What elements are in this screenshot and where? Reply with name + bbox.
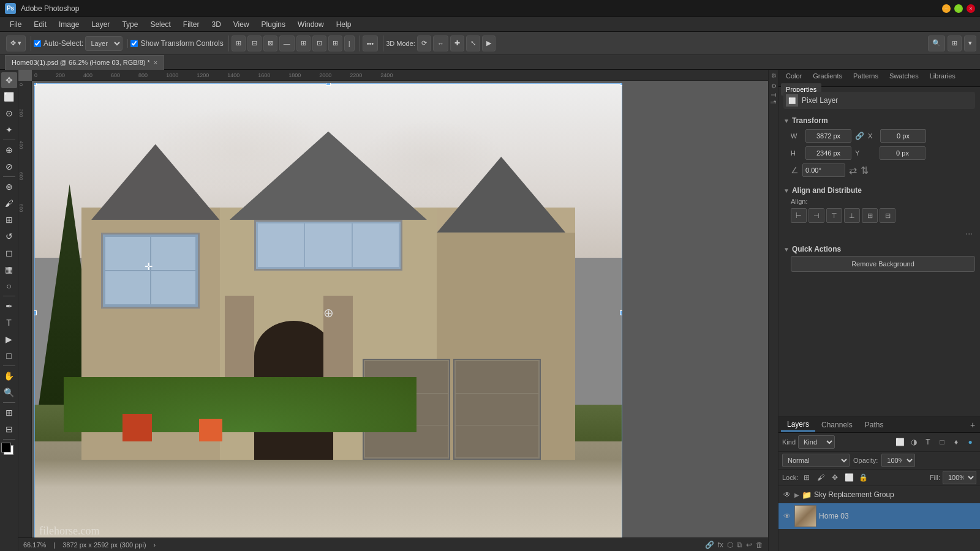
move-tool-btn[interactable]: ✥ ▾ — [6, 36, 26, 51]
distribute-left-btn[interactable]: ⊞ — [296, 36, 311, 51]
transform-header[interactable]: ▼ Transform — [783, 114, 975, 127]
lasso-tool[interactable]: ⊙ — [1, 105, 17, 121]
pen-tool[interactable]: ✒ — [1, 298, 17, 314]
channels-tab[interactable]: Channels — [815, 419, 859, 431]
auto-select-type-select[interactable]: Layer Group — [85, 36, 123, 51]
lock-image-btn[interactable]: 🖌 — [815, 471, 827, 484]
close-button[interactable]: × — [967, 4, 975, 13]
text-tool[interactable]: T — [1, 315, 17, 331]
collapse-icon-2[interactable]: ⚙ — [770, 83, 777, 89]
filter-adjustment-icon[interactable]: ◑ — [908, 436, 920, 448]
menu-layer[interactable]: Layer — [86, 19, 115, 30]
canvas-image[interactable]: ✛ ⊕ filehorse.com — [34, 83, 622, 538]
layer-status-icon[interactable]: ⧉ — [737, 541, 742, 549]
3d-move-btn[interactable]: ✚ — [450, 36, 464, 51]
filter-smart-icon[interactable]: ♦ — [950, 436, 962, 448]
selection-tool[interactable]: ⬜ — [1, 89, 17, 105]
3d-rotate-btn[interactable]: ⟳ — [417, 36, 431, 51]
fill-select[interactable]: 100% 75% 50% — [943, 471, 976, 484]
flip-vertical-icon[interactable]: ⇅ — [861, 165, 869, 176]
menu-help[interactable]: Help — [331, 19, 356, 30]
angle-input[interactable] — [802, 163, 845, 177]
layers-add-btn[interactable]: + — [968, 420, 978, 430]
healing-tool[interactable]: ⊛ — [1, 179, 17, 195]
eraser-tool[interactable]: ◻ — [1, 245, 17, 261]
menu-3d[interactable]: 3D — [206, 19, 225, 30]
layer-sky-expand-btn[interactable]: ▶ — [794, 492, 799, 498]
tab-swatches[interactable]: Swatches — [884, 70, 924, 82]
gradient-tool[interactable]: ▦ — [1, 261, 17, 277]
menu-type[interactable]: Type — [117, 19, 143, 30]
transform-handle-middle-right[interactable] — [620, 310, 622, 315]
tab-libraries[interactable]: Libraries — [925, 70, 960, 82]
align-center-v-btn[interactable]: ⊞ — [862, 208, 878, 223]
menu-edit[interactable]: Edit — [29, 19, 51, 30]
align-bottom-edge-btn[interactable]: ⊟ — [880, 208, 895, 223]
distribute-center-btn[interactable]: ⊡ — [312, 36, 326, 51]
history-tool[interactable]: ↺ — [1, 228, 17, 244]
flip-horizontal-icon[interactable]: ⇄ — [849, 165, 857, 176]
tab-color[interactable]: Color — [781, 70, 807, 82]
menu-select[interactable]: Select — [145, 19, 175, 30]
layer-sky-visibility-toggle[interactable]: 👁 — [782, 490, 792, 500]
lock-all-btn[interactable]: 🔒 — [857, 471, 869, 484]
menu-window[interactable]: Window — [293, 19, 329, 30]
collapse-icon-3[interactable]: T — [770, 93, 777, 97]
clone-tool[interactable]: ⊞ — [1, 212, 17, 228]
opacity-select[interactable]: 100% 75% 50% — [881, 454, 915, 467]
layers-tab[interactable]: Layers — [781, 418, 815, 432]
history-status-icon[interactable]: ↩ — [746, 541, 752, 549]
collapse-icon-1[interactable]: ⚙ — [770, 72, 777, 79]
layer-sky-replacement-group[interactable]: 👁 ▶ 📁 Sky Replacement Group — [778, 486, 980, 503]
tab-gradients[interactable]: Gradients — [808, 70, 847, 82]
workspace-btn[interactable]: ⊞ — [948, 36, 962, 51]
width-input[interactable] — [805, 129, 851, 143]
filter-type-icon[interactable]: T — [922, 436, 934, 448]
transform-handle-top-center[interactable] — [326, 83, 331, 86]
zoom-tool[interactable]: 🔍 — [1, 384, 17, 400]
hand-tool[interactable]: ✋ — [1, 368, 17, 384]
tab-patterns[interactable]: Patterns — [848, 70, 883, 82]
lock-artboard-btn[interactable]: ⬜ — [843, 471, 855, 484]
remove-background-btn[interactable]: Remove Background — [791, 256, 975, 272]
crop-tool[interactable]: ⊕ — [1, 142, 17, 158]
align-right-edge-btn[interactable]: ⊤ — [826, 208, 842, 223]
align-center-btn[interactable]: ⊟ — [247, 36, 262, 51]
align-center-h-btn[interactable]: ⊣ — [809, 208, 824, 223]
align-more-btn[interactable]: — — [279, 36, 295, 51]
extra-tool-2[interactable]: ⊟ — [1, 421, 17, 437]
collapse-icon-4[interactable]: ¶ — [770, 100, 777, 103]
extra-tool-1[interactable]: ⊞ — [1, 405, 17, 421]
auto-select-checkbox[interactable]: Auto-Select: — [34, 39, 83, 48]
link-wh-icon[interactable]: 🔗 — [855, 132, 864, 140]
more-options-btn[interactable]: ... — [963, 225, 975, 238]
trash-status-icon[interactable]: 🗑 — [756, 541, 763, 549]
quick-actions-header[interactable]: ▼ Quick Actions — [783, 242, 975, 256]
align-left-btn[interactable]: ⊞ — [232, 36, 246, 51]
magic-wand-tool[interactable]: ✦ — [1, 122, 17, 138]
toolbar-more-btn[interactable]: ••• — [363, 36, 379, 51]
show-transform-checkbox[interactable]: Show Transform Controls — [130, 39, 223, 48]
mask-status-icon[interactable]: ⬡ — [727, 541, 733, 549]
y-input[interactable] — [880, 146, 925, 160]
filter-toggle-btn[interactable]: ● — [964, 436, 976, 448]
3d-video-btn[interactable]: ▶ — [482, 36, 496, 51]
search-btn[interactable]: 🔍 — [928, 36, 945, 51]
menu-filter[interactable]: Filter — [178, 19, 205, 30]
move-tool[interactable]: ✥ — [1, 72, 17, 88]
link-status-icon[interactable]: 🔗 — [705, 541, 714, 549]
auto-select-input[interactable] — [34, 40, 41, 47]
show-transform-input[interactable] — [130, 40, 138, 47]
filter-shape-icon[interactable]: □ — [936, 436, 948, 448]
align-header[interactable]: ▼ Align and Distribute — [783, 184, 975, 197]
layer-home03-visibility-toggle[interactable]: 👁 — [782, 511, 792, 521]
lock-position-btn[interactable]: ✥ — [829, 471, 841, 484]
paths-tab[interactable]: Paths — [859, 419, 890, 431]
distribute-right-btn[interactable]: ⊞ — [328, 36, 342, 51]
document-tab[interactable]: Home03(1).psd @ 66.2% (Home 03, RGB/8) *… — [5, 55, 164, 70]
canvas-area[interactable]: 0200400600800100012001400160018002000220… — [18, 70, 768, 538]
path-selection-tool[interactable]: ▶ — [1, 331, 17, 347]
height-input[interactable] — [805, 146, 851, 160]
foreground-color[interactable] — [1, 443, 11, 452]
dodge-tool[interactable]: ○ — [1, 278, 17, 294]
